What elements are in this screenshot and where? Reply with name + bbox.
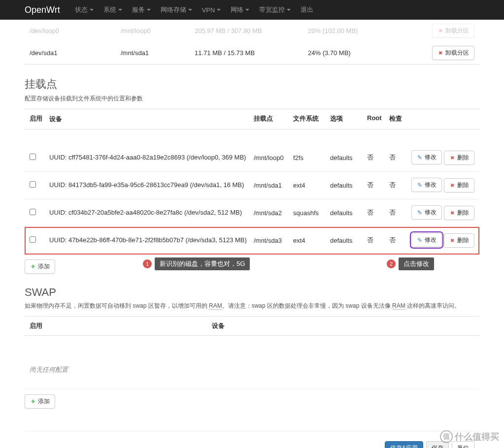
- footer-actions: 保存&应用 保存 复位: [25, 431, 479, 448]
- caret-icon: [118, 9, 122, 11]
- watermark-icon: 值: [440, 430, 453, 443]
- mount-fs: squashfs: [293, 209, 330, 217]
- annotation-text: 新识别的磁盘，容量也对，5G: [155, 257, 250, 270]
- mount-point: /mnt/sda3: [254, 237, 293, 244]
- edit-button[interactable]: 修改: [411, 178, 442, 192]
- add-swap-button[interactable]: 添加: [25, 394, 55, 409]
- mount-fs: ext4: [293, 182, 330, 189]
- mount-opt: defaults: [330, 237, 367, 244]
- mount-opt: defaults: [330, 209, 367, 217]
- header-check: 检查: [389, 114, 411, 124]
- header-fs: 文件系统: [293, 114, 330, 124]
- mounts-header-row: 启用 设备 挂载点 文件系统 选项 Root 检查: [25, 109, 479, 129]
- swap-title: SWAP: [25, 286, 479, 299]
- nav-system[interactable]: 系统: [99, 0, 127, 19]
- mount-point: /mnt/sda1: [254, 182, 293, 189]
- storage-row: /dev/loop0 /mnt/loop0 205.97 MB / 307.90…: [25, 20, 479, 42]
- storage-mount: /mnt/loop0: [121, 27, 195, 34]
- storage-usage: 20% (102.00 MB): [308, 27, 402, 34]
- swap-desc: 如果物理内存不足，闲置数据可自动移到 swap 区暂存，以增加可用的 RAM。请…: [25, 302, 479, 310]
- enable-checkbox[interactable]: [30, 181, 36, 188]
- mounts-desc: 配置存储设备挂载到文件系统中的位置和参数: [25, 95, 479, 103]
- watermark: 值 什么值得买: [440, 430, 499, 443]
- header-device: 设备: [49, 114, 254, 124]
- storage-table: /dev/loop0 /mnt/loop0 205.97 MB / 307.90…: [25, 20, 479, 64]
- nav-status[interactable]: 状态: [70, 0, 99, 19]
- storage-usage: 24% (3.70 MB): [308, 49, 402, 57]
- swap-header-enable: 启用: [30, 321, 212, 330]
- mount-row: UUID: cf034b27-20a5bfe2-aa48020c-8e27fa8…: [25, 199, 479, 227]
- mount-device: UUID: 84173db5-fa99-e35a-95c6-28613cc79e…: [49, 180, 254, 190]
- add-mount-button[interactable]: 添加: [25, 259, 55, 274]
- storage-size: 11.71 MB / 15.73 MB: [195, 49, 308, 57]
- nav-bandwidth[interactable]: 带宽监控: [254, 0, 296, 19]
- mount-point: /mnt/sda2: [254, 209, 293, 217]
- save-apply-button[interactable]: 保存&应用: [385, 441, 423, 448]
- enable-checkbox[interactable]: [30, 236, 36, 243]
- swap-empty-message: 尚无任何配置: [25, 351, 479, 389]
- mount-root: 否: [367, 236, 389, 245]
- edit-icon: [417, 237, 423, 243]
- enable-checkbox[interactable]: [30, 154, 36, 160]
- swap-header-row: 启用 设备: [25, 316, 479, 336]
- mount-check: 否: [389, 236, 411, 245]
- close-icon: [449, 182, 455, 188]
- annotation-1: 1 新识别的磁盘，容量也对，5G: [143, 257, 250, 270]
- annotation-badge: 1: [143, 259, 152, 268]
- header-mount: 挂载点: [254, 114, 293, 124]
- edit-button[interactable]: 修改: [411, 150, 442, 164]
- brand-logo[interactable]: OpenWrt: [25, 5, 60, 15]
- caret-icon: [147, 9, 151, 11]
- storage-dev: /dev/loop0: [30, 27, 121, 34]
- plus-icon: [30, 398, 36, 404]
- close-icon: [449, 210, 455, 216]
- edit-button[interactable]: 修改: [411, 233, 442, 247]
- unmount-button[interactable]: 卸载分区: [432, 46, 474, 60]
- delete-button[interactable]: 删除: [444, 178, 474, 192]
- annotation-2: 2 点击修改: [387, 257, 434, 270]
- mount-device: UUID: cf034b27-20a5bfe2-aa48020c-8e27fa8…: [49, 208, 254, 218]
- ram-abbr: RAM: [392, 302, 405, 310]
- nav-vpn[interactable]: VPN: [197, 1, 226, 19]
- mount-check: 否: [389, 181, 411, 190]
- edit-icon: [417, 182, 423, 188]
- mounts-title: 挂载点: [25, 77, 479, 92]
- top-navbar: OpenWrt 状态 系统 服务 网络存储 VPN 网络 带宽监控 退出: [0, 0, 504, 20]
- mount-root: 否: [367, 153, 389, 162]
- plus-icon: [30, 263, 36, 269]
- caret-icon: [188, 9, 192, 11]
- edit-button[interactable]: 修改: [411, 205, 442, 220]
- delete-button[interactable]: 删除: [444, 151, 474, 165]
- mount-point: /mnt/loop0: [254, 154, 293, 161]
- delete-button[interactable]: 删除: [444, 206, 474, 220]
- mount-opt: defaults: [330, 182, 367, 189]
- edit-icon: [417, 155, 423, 160]
- nav-logout[interactable]: 退出: [296, 0, 318, 19]
- enable-checkbox[interactable]: [30, 209, 36, 215]
- mount-check: 否: [389, 208, 411, 217]
- caret-icon: [287, 9, 291, 11]
- mount-device: UUID: 47b4e22b-86ff-470b-8e71-2f2f8b5b07…: [49, 235, 254, 245]
- storage-mount: /mnt/sda1: [121, 49, 195, 57]
- ram-abbr: RAM: [209, 302, 222, 310]
- mount-root: 否: [367, 208, 389, 217]
- mount-row: UUID: 47b4e22b-86ff-470b-8e71-2f2f8b5b07…: [25, 227, 479, 255]
- unmount-button[interactable]: 卸载分区: [432, 24, 474, 38]
- mount-device: UUID: cff75481-376f-4d24-aaa0-82a19e2c86…: [49, 153, 254, 162]
- close-icon: [449, 237, 455, 243]
- nav-services[interactable]: 服务: [127, 0, 156, 19]
- storage-dev: /dev/sda1: [30, 49, 121, 57]
- delete-button[interactable]: 删除: [444, 233, 474, 248]
- nav-nas[interactable]: 网络存储: [156, 0, 197, 19]
- annotation-badge: 2: [387, 259, 396, 268]
- mount-fs: ext4: [293, 237, 330, 244]
- mount-root: 否: [367, 181, 389, 190]
- header-opt: 选项: [330, 114, 367, 124]
- watermark-text: 什么值得买: [455, 431, 499, 443]
- mount-row: UUID: cff75481-376f-4d24-aaa0-82a19e2c86…: [25, 144, 479, 172]
- annotation-text: 点击修改: [399, 257, 434, 270]
- edit-icon: [417, 210, 423, 216]
- caret-icon: [245, 9, 249, 11]
- header-root: Root: [367, 114, 389, 124]
- nav-network[interactable]: 网络: [226, 0, 254, 19]
